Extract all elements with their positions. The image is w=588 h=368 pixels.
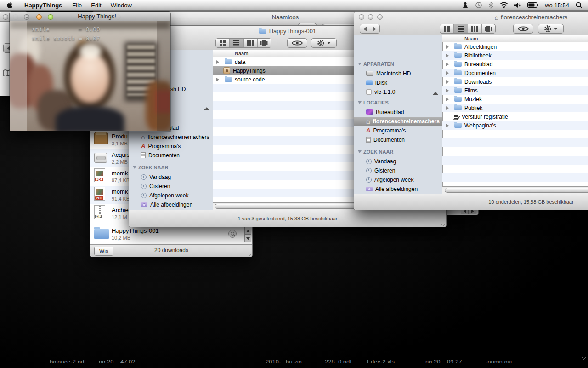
- action-menu-button[interactable]: [311, 38, 337, 48]
- eject-icon[interactable]: [204, 105, 210, 110]
- disclosure-triangle-icon[interactable]: [446, 45, 451, 49]
- disclosure-triangle-icon[interactable]: [358, 150, 362, 155]
- scroll-up-button[interactable]: [244, 227, 251, 235]
- window-resize-grip[interactable]: [439, 220, 445, 226]
- menu-edit[interactable]: Edit: [86, 0, 106, 10]
- back-forward-buttons[interactable]: [360, 24, 380, 34]
- disclosure-triangle-icon[interactable]: [358, 101, 362, 106]
- titlebar[interactable]: Happy Things!: [10, 12, 170, 22]
- sidebar-item-today[interactable]: Vandaag: [354, 157, 442, 166]
- close-button[interactable]: [24, 14, 29, 20]
- forward-button[interactable]: [370, 24, 380, 33]
- table-row[interactable]: Webpagina's3: [442, 121, 588, 130]
- table-row[interactable]: Muziek1: [442, 95, 588, 104]
- view-switcher[interactable]: [440, 24, 496, 34]
- column-view-button[interactable]: [244, 39, 258, 47]
- desktop-file-label[interactable]: ng 20....47.02: [99, 358, 136, 363]
- action-menu-button[interactable]: [538, 24, 564, 34]
- bluetooth-icon[interactable]: [489, 2, 493, 9]
- sidebar-item-yesterday[interactable]: Gisteren: [354, 166, 442, 175]
- menu-file[interactable]: File: [68, 0, 86, 10]
- sidebar-item-documents[interactable]: Documenten: [354, 135, 442, 144]
- time-machine-icon[interactable]: [475, 1, 482, 9]
- minimize-button[interactable]: [368, 14, 373, 20]
- desktop-file-label[interactable]: 2010-...bu.zip: [266, 358, 302, 363]
- wifi-icon[interactable]: [500, 2, 508, 8]
- desktop-file-label[interactable]: Fdec-2.xls: [367, 358, 395, 363]
- sidebar-item-vlc[interactable]: vlc-1.1.0: [354, 87, 442, 96]
- list-header[interactable]: Naam B: [442, 35, 588, 42]
- zoom-button[interactable]: [48, 14, 53, 20]
- titlebar[interactable]: ⌂florenceschreinemachers: [354, 12, 588, 35]
- list-view-button[interactable]: [454, 24, 468, 33]
- icon-view-button[interactable]: [440, 24, 454, 33]
- quick-look-button[interactable]: [513, 24, 533, 34]
- desktop-file-label[interactable]: ng 20....09.27: [425, 358, 462, 363]
- disclosure-triangle-icon[interactable]: [446, 124, 451, 127]
- disclosure-triangle-icon[interactable]: [446, 106, 451, 110]
- disclosure-triangle-icon[interactable]: [446, 54, 451, 58]
- close-button[interactable]: [3, 14, 8, 20]
- battery-icon[interactable]: [527, 2, 538, 8]
- sidebar-item-past-week[interactable]: Afgelopen week: [354, 175, 442, 184]
- list-view-button[interactable]: [230, 39, 243, 47]
- close-button[interactable]: [359, 14, 364, 20]
- sidebar-item-past-week[interactable]: Afgelopen week: [129, 191, 213, 200]
- eject-icon[interactable]: [433, 89, 439, 95]
- column-view-button[interactable]: [468, 24, 482, 33]
- disclosure-triangle-icon[interactable]: [216, 78, 221, 81]
- column-header-name[interactable]: Naam: [235, 51, 248, 56]
- disclosure-triangle-icon[interactable]: [133, 166, 136, 171]
- disclosure-triangle-icon[interactable]: [446, 80, 451, 84]
- table-row[interactable]: BureaubladG: [442, 60, 588, 69]
- scroll-arrows[interactable]: [244, 227, 251, 242]
- disclosure-triangle-icon[interactable]: [446, 89, 451, 92]
- volume-icon[interactable]: [514, 2, 521, 8]
- sidebar-item-yesterday[interactable]: Gisteren: [129, 182, 213, 190]
- sidebar-item-applications[interactable]: AProgramma's: [354, 126, 442, 135]
- coverflow-view-button[interactable]: [482, 24, 495, 33]
- back-button[interactable]: [360, 24, 370, 33]
- sidebar-item-applications[interactable]: AProgramma's: [129, 142, 213, 150]
- table-row[interactable]: DownloadsV: [442, 77, 588, 86]
- sidebar-item-macintosh-hd[interactable]: Macintosh HD: [354, 69, 442, 78]
- table-row[interactable]: Films1: [442, 86, 588, 95]
- table-row[interactable]: Afbeeldingen2: [442, 42, 588, 51]
- reveal-search-button[interactable]: [228, 230, 237, 238]
- scrollbar-thumb[interactable]: [445, 188, 588, 193]
- table-row[interactable]: BibliotheekG: [442, 51, 588, 60]
- scroll-down-button[interactable]: [244, 235, 251, 242]
- disclosure-triangle-icon[interactable]: [216, 60, 221, 64]
- minimize-button[interactable]: [36, 14, 42, 20]
- disclosure-triangle-icon[interactable]: [446, 63, 451, 66]
- happy-things-app-window[interactable]: Happy Things! smile = 0.00 smile smooth …: [9, 12, 171, 132]
- view-switcher[interactable]: [215, 38, 271, 48]
- table-row[interactable]: Publiek3: [442, 104, 588, 112]
- sidebar-item-documents[interactable]: Documenten: [129, 151, 213, 160]
- disclosure-triangle-icon[interactable]: [358, 63, 362, 67]
- app-menu[interactable]: HappyThings: [19, 0, 68, 10]
- sidebar-item-desktop[interactable]: Bureaublad: [354, 108, 442, 116]
- horizontal-scrollbar[interactable]: [442, 186, 588, 194]
- zoom-button[interactable]: [377, 14, 383, 20]
- desktop-file-label[interactable]: -ppmn.avi: [486, 358, 512, 363]
- apple-menu[interactable]: [0, 0, 19, 10]
- sidebar-item-all-images[interactable]: Alle afbeeldingen: [129, 200, 213, 209]
- menu-window[interactable]: Window: [106, 0, 136, 10]
- coverflow-view-button[interactable]: [258, 39, 271, 47]
- sidebar-item-home[interactable]: ⌂florenceschreinemachers: [129, 132, 213, 141]
- desktop-file-label[interactable]: balance-2.pdf: [50, 358, 86, 363]
- happythings-menu-extra-icon[interactable]: [462, 2, 469, 9]
- sidebar-item-home[interactable]: ⌂florenceschreinemachers: [354, 117, 442, 126]
- download-item[interactable]: HappyThings-001 10,2 MB: [90, 225, 252, 243]
- menu-bar-clock[interactable]: wo 15:54: [545, 2, 569, 9]
- column-header-name[interactable]: Naam: [464, 36, 478, 41]
- sidebar-item-today[interactable]: Vandaag: [129, 172, 213, 181]
- disclosure-triangle-icon[interactable]: [446, 98, 451, 101]
- disclosure-triangle-icon[interactable]: [446, 71, 451, 75]
- table-row[interactable]: Documenten1: [442, 69, 588, 77]
- desktop-file-label[interactable]: 228_0.pdf: [325, 358, 351, 363]
- sidebar-item-all-images[interactable]: Alle afbeeldingen: [354, 184, 442, 193]
- window-resize-grip[interactable]: [579, 354, 586, 360]
- spotlight-icon[interactable]: [576, 2, 582, 9]
